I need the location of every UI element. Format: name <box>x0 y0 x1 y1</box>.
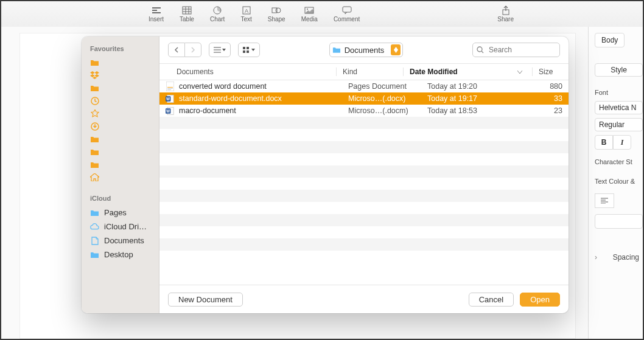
file-size: 880 <box>520 82 569 91</box>
file-size: 33 <box>520 94 569 103</box>
svg-rect-27 <box>247 47 249 49</box>
list-view-button[interactable] <box>209 43 231 57</box>
dialog-footer: New Document Cancel Open <box>159 285 569 313</box>
toolbar-share[interactable]: Share <box>497 5 514 23</box>
text-colour-label: Text Colour & <box>595 178 643 185</box>
forward-button[interactable] <box>185 43 201 57</box>
style-button[interactable]: Style <box>595 63 643 77</box>
sidebar-fav-item[interactable] <box>82 56 159 69</box>
column-size[interactable]: Size <box>532 68 569 76</box>
file-date: Today at 19:17 <box>421 94 520 103</box>
toolbar-media[interactable]: Media <box>301 5 318 23</box>
shape-icon <box>271 5 282 15</box>
svg-rect-34 <box>167 88 173 89</box>
location-selector[interactable]: Documents <box>329 43 404 57</box>
font-style-select[interactable]: Regular <box>595 118 643 131</box>
chart-icon <box>212 5 223 15</box>
empty-row <box>159 238 569 251</box>
location-stepper-icon <box>391 44 401 55</box>
sidebar-icloud-item[interactable]: Desktop <box>82 248 159 262</box>
dropbox-icon <box>90 71 99 79</box>
colour-swatch[interactable] <box>595 214 643 229</box>
apps-icon <box>90 109 99 117</box>
font-label: Font <box>595 89 643 96</box>
column-name[interactable]: Documents <box>159 68 336 76</box>
svg-rect-15 <box>343 7 351 12</box>
sidebar-fav-item[interactable] <box>82 120 159 133</box>
cancel-button[interactable]: Cancel <box>469 293 514 307</box>
word-file-icon: W <box>166 106 174 116</box>
char-styles-label: Character St <box>595 158 643 165</box>
column-headers: Documents Kind Date Modified Size <box>159 64 569 80</box>
empty-row <box>159 251 569 263</box>
word-file-icon: W <box>166 94 174 103</box>
dialog-sidebar: Favourites iCloud PagesiCloud Dri…Docume… <box>82 36 159 313</box>
svg-rect-29 <box>247 50 249 53</box>
folder-icon <box>90 161 99 168</box>
open-dialog: Favourites iCloud PagesiCloud Dri…Docume… <box>82 36 569 313</box>
clock-icon <box>90 97 99 105</box>
empty-row <box>159 129 569 141</box>
sidebar-fav-item[interactable] <box>82 145 159 158</box>
sidebar-icloud-item[interactable]: Documents <box>82 234 159 248</box>
sidebar-fav-item[interactable] <box>82 133 159 145</box>
sort-chevron-icon <box>517 71 522 74</box>
back-button[interactable] <box>168 43 185 57</box>
sidebar-fav-item[interactable] <box>82 94 159 107</box>
file-kind: Pages Document <box>342 82 421 91</box>
toolbar-shape[interactable]: Shape <box>268 5 285 23</box>
new-document-button[interactable]: New Document <box>168 293 243 307</box>
spacing-row[interactable]: ›Spacing <box>595 253 643 262</box>
svg-point-30 <box>477 47 482 52</box>
column-date[interactable]: Date Modified <box>403 68 532 76</box>
empty-row <box>159 117 569 129</box>
dialog-toolbar: Documents <box>159 36 569 64</box>
open-button[interactable]: Open <box>520 293 560 307</box>
sidebar-fav-item[interactable] <box>82 171 159 184</box>
column-kind[interactable]: Kind <box>336 68 403 76</box>
toolbar-comment[interactable]: Comment <box>334 5 360 23</box>
insert-icon <box>151 5 162 15</box>
app-toolbar: Insert Table Chart A Text Shape Media <box>1 1 643 27</box>
toolbar-insert[interactable]: Insert <box>149 5 164 23</box>
file-name: standard-word-document.docx <box>179 94 282 103</box>
file-list: converted word documentPages DocumentTod… <box>159 80 569 285</box>
bold-button[interactable]: B <box>595 135 613 150</box>
svg-text:A: A <box>245 8 248 14</box>
font-family-select[interactable]: Helvetica N <box>595 101 643 114</box>
sidebar-icloud-item[interactable]: Pages <box>82 206 159 220</box>
file-row[interactable]: Wmacro-documentMicroso…(.docm)Today at 1… <box>159 105 569 117</box>
svg-point-14 <box>307 9 308 10</box>
sidebar-icloud-item[interactable]: iCloud Dri… <box>82 220 159 234</box>
empty-row <box>159 226 569 238</box>
search-input[interactable] <box>472 43 560 57</box>
file-row[interactable]: converted word documentPages DocumentTod… <box>159 80 569 92</box>
svg-line-31 <box>481 51 483 53</box>
svg-rect-0 <box>152 7 161 9</box>
sidebar-fav-item[interactable] <box>82 82 159 94</box>
empty-row <box>159 190 569 202</box>
sidebar-item-label: Pages <box>104 208 127 217</box>
empty-row <box>159 153 569 165</box>
sidebar-fav-item[interactable] <box>82 107 159 120</box>
file-size: 23 <box>520 106 569 115</box>
sidebar-fav-item[interactable] <box>82 69 159 82</box>
svg-rect-35 <box>167 89 171 90</box>
sidebar-item-label: Documents <box>104 236 144 245</box>
svg-rect-28 <box>243 50 245 53</box>
file-date: Today at 18:53 <box>421 106 520 115</box>
svg-rect-33 <box>167 87 173 88</box>
empty-row <box>159 141 569 153</box>
toolbar-chart[interactable]: Chart <box>210 5 225 23</box>
italic-button[interactable]: I <box>613 135 631 150</box>
toolbar-table[interactable]: Table <box>180 5 194 23</box>
icon-view-button[interactable] <box>238 43 260 57</box>
align-left-button[interactable] <box>595 193 614 208</box>
file-kind: Microso…(.docm) <box>342 106 421 115</box>
text-icon: A <box>241 5 252 15</box>
file-row[interactable]: Wstandard-word-document.docxMicroso…(.do… <box>159 92 569 105</box>
toolbar-text[interactable]: A Text <box>240 5 251 23</box>
sidebar-fav-item[interactable] <box>82 158 159 171</box>
favourites-header: Favourites <box>82 45 159 56</box>
inspector-tab-body[interactable]: Body <box>595 33 625 47</box>
